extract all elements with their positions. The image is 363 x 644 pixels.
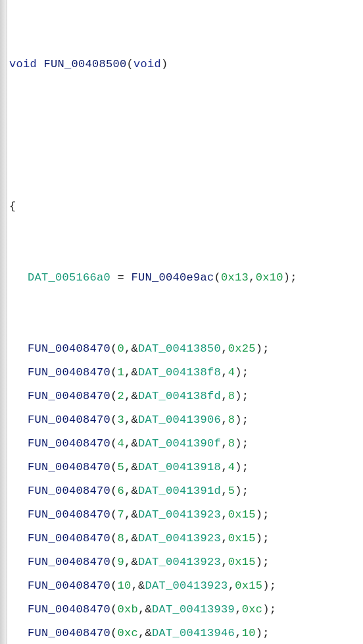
function-signature[interactable]: void FUN_00408500(void)	[9, 53, 363, 76]
arg1: 0x13	[221, 271, 249, 284]
amp: &	[145, 627, 153, 639]
arg-dat[interactable]: DAT_00413923	[138, 508, 221, 521]
arg-void: void	[133, 58, 161, 70]
amp: &	[138, 579, 145, 592]
call-line[interactable]: FUN_00408470(4,&DAT_0041390f,8);	[9, 432, 363, 456]
arg-len: 8	[228, 437, 235, 450]
close-paren: )	[161, 58, 168, 70]
arg-index: 1	[118, 366, 125, 379]
arg-len: 10	[242, 627, 256, 639]
function-name[interactable]: FUN_00408500	[44, 58, 127, 70]
call-line[interactable]: FUN_00408470(0xc,&DAT_00413946,10);	[9, 622, 363, 644]
call-line[interactable]: FUN_00408470(7,&DAT_00413923,0x15);	[9, 503, 363, 527]
arg-index: 2	[118, 390, 125, 402]
arg-index: 3	[118, 414, 125, 426]
amp: &	[132, 342, 139, 355]
return-type: void	[9, 58, 37, 70]
call-fn[interactable]: FUN_00408470	[28, 627, 110, 639]
arg-dat[interactable]: DAT_00413923	[138, 532, 221, 545]
open-paren: (	[127, 58, 134, 70]
arg-index: 10	[118, 579, 132, 592]
rhs-fn[interactable]: FUN_0040e9ac	[132, 271, 214, 284]
arg-index: 0	[118, 342, 125, 355]
call-line[interactable]: FUN_00408470(10,&DAT_00413923,0x15);	[9, 574, 363, 598]
call-fn[interactable]: FUN_00408470	[28, 579, 110, 592]
arg2: 0x10	[256, 271, 283, 284]
arg-len: 0x25	[228, 342, 256, 355]
amp: &	[145, 603, 153, 616]
call-line[interactable]: FUN_00408470(9,&DAT_00413923,0x15);	[9, 550, 363, 574]
arg-dat[interactable]: DAT_00413923	[145, 579, 228, 592]
amp: &	[132, 508, 139, 521]
arg-index: 0xc	[118, 627, 139, 639]
call-fn[interactable]: FUN_00408470	[28, 508, 110, 521]
lhs-dat[interactable]: DAT_005166a0	[28, 271, 110, 284]
call-fn[interactable]: FUN_00408470	[28, 342, 110, 355]
arg-dat[interactable]: DAT_0041390f	[138, 437, 221, 450]
arg-len: 0x15	[228, 556, 256, 568]
call-line[interactable]: FUN_00408470(5,&DAT_00413918,4);	[9, 456, 363, 479]
open-brace-line: {	[9, 195, 363, 219]
amp: &	[132, 414, 139, 426]
call-line[interactable]: FUN_00408470(0,&DAT_00413850,0x25);	[9, 337, 363, 361]
open-brace: {	[9, 200, 16, 213]
arg-dat[interactable]: DAT_0041391d	[138, 485, 221, 497]
call-line[interactable]: FUN_00408470(0xb,&DAT_00413939,0xc);	[9, 598, 363, 622]
call-fn[interactable]: FUN_00408470	[28, 485, 110, 497]
call-fn[interactable]: FUN_00408470	[28, 556, 110, 568]
arg-len: 0x15	[235, 579, 262, 592]
code-gutter	[0, 0, 7, 644]
arg-dat[interactable]: DAT_00413918	[138, 461, 221, 473]
amp: &	[132, 366, 139, 379]
call-fn[interactable]: FUN_00408470	[28, 603, 110, 616]
arg-len: 0x15	[228, 508, 256, 521]
arg-dat[interactable]: DAT_00413906	[138, 414, 221, 426]
blank-line	[9, 124, 363, 148]
arg-len: 8	[228, 390, 235, 402]
arg-index: 4	[118, 437, 125, 450]
arg-index: 0xb	[118, 603, 139, 616]
amp: &	[132, 485, 139, 497]
arg-dat[interactable]: DAT_004138f8	[138, 366, 221, 379]
arg-len: 8	[228, 414, 235, 426]
arg-len: 0x15	[228, 532, 256, 545]
amp: &	[132, 461, 139, 473]
arg-index: 5	[118, 461, 125, 473]
call-fn[interactable]: FUN_00408470	[28, 532, 110, 545]
call-line[interactable]: FUN_00408470(6,&DAT_0041391d,5);	[9, 479, 363, 503]
call-line[interactable]: FUN_00408470(1,&DAT_004138f8,4);	[9, 361, 363, 385]
call-fn[interactable]: FUN_00408470	[28, 366, 110, 379]
arg-len: 4	[228, 366, 235, 379]
call-line[interactable]: FUN_00408470(2,&DAT_004138fd,8);	[9, 385, 363, 408]
arg-len: 0xc	[242, 603, 263, 616]
amp: &	[132, 556, 139, 568]
decompiler-code-view[interactable]: void FUN_00408500(void) { DAT_005166a0 =…	[0, 0, 363, 644]
call-fn[interactable]: FUN_00408470	[28, 437, 110, 450]
arg-dat[interactable]: DAT_00413939	[152, 603, 235, 616]
call-fn[interactable]: FUN_00408470	[28, 461, 110, 473]
arg-index: 9	[118, 556, 125, 568]
assignment-line[interactable]: DAT_005166a0 = FUN_0040e9ac(0x13,0x10);	[9, 266, 363, 290]
arg-dat[interactable]: DAT_00413850	[138, 342, 221, 355]
arg-index: 6	[118, 485, 125, 497]
arg-len: 4	[228, 461, 235, 473]
call-fn[interactable]: FUN_00408470	[28, 414, 110, 426]
arg-len: 5	[228, 485, 235, 497]
call-line[interactable]: FUN_00408470(8,&DAT_00413923,0x15);	[9, 527, 363, 550]
amp: &	[132, 532, 139, 545]
amp: &	[132, 390, 139, 402]
arg-index: 7	[118, 508, 125, 521]
arg-dat[interactable]: DAT_004138fd	[138, 390, 221, 402]
call-fn[interactable]: FUN_00408470	[28, 390, 110, 402]
amp: &	[132, 437, 139, 450]
arg-dat[interactable]: DAT_00413946	[152, 627, 235, 639]
arg-dat[interactable]: DAT_00413923	[138, 556, 221, 568]
call-line[interactable]: FUN_00408470(3,&DAT_00413906,8);	[9, 408, 363, 432]
arg-index: 8	[118, 532, 125, 545]
